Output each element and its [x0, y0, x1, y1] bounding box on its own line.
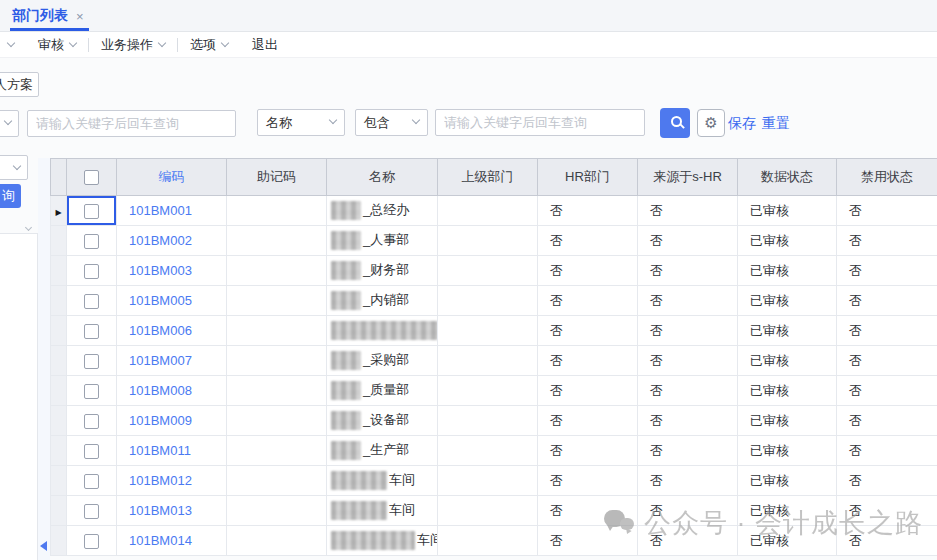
cell-code[interactable]: 101BM007 — [117, 346, 227, 376]
cell-checkbox — [67, 346, 117, 376]
panel-collapse-icon[interactable] — [40, 541, 47, 551]
left-keyword-input[interactable] — [27, 110, 236, 137]
filter-field-select[interactable]: 名称 — [257, 109, 345, 136]
row-checkbox[interactable] — [84, 444, 99, 459]
name-suffix: 车间 — [389, 472, 415, 487]
menu-item-cut[interactable] — [6, 32, 26, 58]
cell-name: _内销部 — [327, 286, 438, 316]
cell-name: _质量部 — [327, 376, 438, 406]
save-filter-link[interactable]: 保存 — [728, 115, 756, 133]
cell-parent_dept — [438, 316, 538, 346]
cell-code[interactable]: 101BM002 — [117, 226, 227, 256]
cell-code[interactable]: 101BM006 — [117, 316, 227, 346]
chevron-down-icon — [329, 116, 337, 124]
row-checkbox[interactable] — [84, 504, 99, 519]
menu-item-label: 退出 — [252, 36, 278, 54]
header-hr_dept[interactable]: HR部门 — [538, 159, 638, 196]
search-button[interactable] — [660, 108, 690, 138]
cell-disabled_status: 否 — [837, 316, 937, 346]
table-row: 101BM014车间否否已审核否 — [51, 526, 937, 556]
row-checkbox[interactable] — [84, 384, 99, 399]
row-checkbox[interactable] — [84, 534, 99, 549]
cell-from_shr: 否 — [638, 286, 738, 316]
cell-code[interactable]: 101BM014 — [117, 526, 227, 556]
cell-checkbox — [67, 256, 117, 286]
row-checkbox[interactable] — [84, 204, 99, 219]
cell-data_status: 已审核 — [738, 226, 837, 256]
scheme-button[interactable]: 人方案 — [0, 72, 39, 97]
left-field-select[interactable] — [0, 110, 19, 137]
panel-resize-handle-icon[interactable] — [26, 216, 36, 224]
select-all-checkbox[interactable] — [84, 170, 99, 185]
cell-data_status: 已审核 — [738, 376, 837, 406]
header-data_status[interactable]: 数据状态 — [738, 159, 837, 196]
close-icon[interactable]: × — [76, 9, 84, 24]
cell-checkbox — [67, 496, 117, 526]
menu-item-选项[interactable]: 选项 — [178, 32, 240, 58]
table-body: ▶101BM001_总经办否否已审核否101BM002_人事部否否已审核否101… — [51, 196, 937, 556]
table-row: 101BM013车间否否已审核否 — [51, 496, 937, 526]
reset-filter-link[interactable]: 重置 — [762, 115, 790, 133]
keyword-input[interactable] — [435, 109, 645, 136]
table-row: 101BM005_内销部否否已审核否 — [51, 286, 937, 316]
cell-code[interactable]: 101BM003 — [117, 256, 227, 286]
header-code[interactable]: 编码 — [117, 159, 227, 196]
name-suffix: _设备部 — [363, 412, 409, 427]
table-row: 101BM003_财务部否否已审核否 — [51, 256, 937, 286]
left-tree-select[interactable] — [0, 155, 28, 180]
row-checkbox[interactable] — [84, 324, 99, 339]
search-icon — [671, 116, 682, 127]
cell-from_shr: 否 — [638, 226, 738, 256]
cell-parent_dept — [438, 346, 538, 376]
row-checkbox[interactable] — [84, 264, 99, 279]
menu-item-退出[interactable]: 退出 — [240, 32, 290, 58]
name-suffix: _采购部 — [363, 352, 409, 367]
cell-code[interactable]: 101BM012 — [117, 466, 227, 496]
redacted-name-block — [331, 261, 361, 280]
row-checkbox[interactable] — [84, 294, 99, 309]
cell-parent_dept — [438, 226, 538, 256]
cell-marker — [51, 286, 67, 316]
cell-marker — [51, 226, 67, 256]
cell-code[interactable]: 101BM005 — [117, 286, 227, 316]
header-from_shr[interactable]: 来源于s-HR — [638, 159, 738, 196]
filter-operator-value: 包含 — [364, 114, 390, 132]
header-mnemonic[interactable]: 助记码 — [227, 159, 327, 196]
cell-disabled_status: 否 — [837, 196, 937, 226]
header-parent_dept[interactable]: 上级部门 — [438, 159, 538, 196]
table-row: 101BM011_生产部否否已审核否 — [51, 436, 937, 466]
header-name[interactable]: 名称 — [327, 159, 438, 196]
cell-from_shr: 否 — [638, 466, 738, 496]
name-suffix: 车间 — [389, 502, 415, 517]
cell-mnemonic — [227, 526, 327, 556]
gear-icon: ⚙ — [704, 114, 717, 131]
row-checkbox[interactable] — [84, 234, 99, 249]
cell-mnemonic — [227, 196, 327, 226]
cell-code[interactable]: 101BM013 — [117, 496, 227, 526]
cell-data_status: 已审核 — [738, 466, 837, 496]
header-disabled_status[interactable]: 禁用状态 — [837, 159, 937, 196]
cell-code[interactable]: 101BM008 — [117, 376, 227, 406]
filter-settings-button[interactable]: ⚙ — [697, 109, 725, 137]
cell-disabled_status: 否 — [837, 406, 937, 436]
filter-operator-select[interactable]: 包含 — [355, 109, 428, 136]
cell-data_status: 已审核 — [738, 496, 837, 526]
cell-code[interactable]: 101BM009 — [117, 406, 227, 436]
query-button[interactable]: 询 — [0, 184, 21, 208]
row-checkbox[interactable] — [84, 414, 99, 429]
cell-mnemonic — [227, 466, 327, 496]
cell-from_shr: 否 — [638, 346, 738, 376]
menu-item-审核[interactable]: 审核 — [26, 32, 88, 58]
cell-name: _财务部 — [327, 256, 438, 286]
menu-item-业务操作[interactable]: 业务操作 — [89, 32, 177, 58]
cell-parent_dept — [438, 256, 538, 286]
chevron-down-icon — [7, 38, 15, 46]
header-checkbox[interactable] — [67, 159, 117, 196]
row-checkbox[interactable] — [84, 354, 99, 369]
cell-code[interactable]: 101BM001 — [117, 196, 227, 226]
cell-checkbox — [67, 286, 117, 316]
dept-table: 编码助记码名称上级部门HR部门来源于s-HR数据状态禁用状态 ▶101BM001… — [50, 158, 937, 556]
cell-name: 车间 — [327, 496, 438, 526]
cell-code[interactable]: 101BM011 — [117, 436, 227, 466]
row-checkbox[interactable] — [84, 474, 99, 489]
